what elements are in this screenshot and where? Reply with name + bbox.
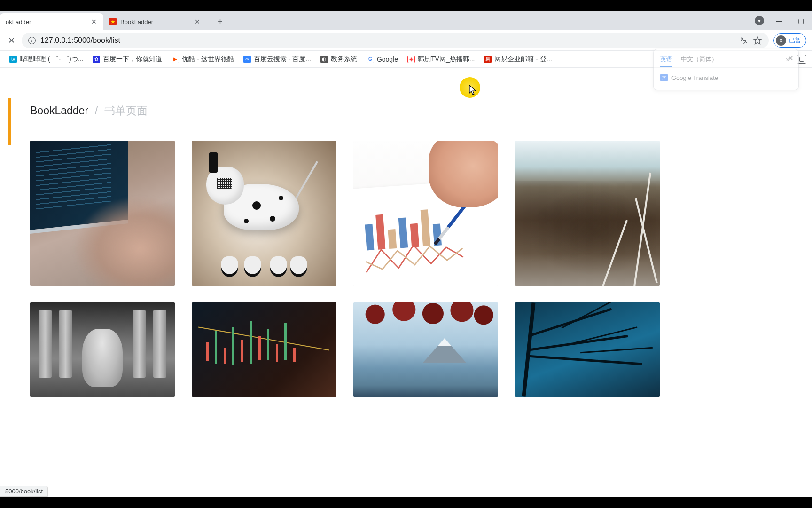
bookmark-youku[interactable]: ▶ 优酷 - 这世界很酷 <box>168 53 237 65</box>
bookmark-hanju[interactable]: ◉ 韩剧TV网_热播韩... <box>404 53 478 65</box>
site-info-icon[interactable]: i <box>28 37 36 44</box>
browser-tab-active[interactable]: okLadder ✕ <box>0 13 103 30</box>
google-translate-icon: 文 <box>660 74 668 81</box>
page-content: BookLadder / 书单页面 <box>0 68 812 497</box>
status-bar: 5000/book/list <box>0 486 48 497</box>
card-laptop-coding[interactable] <box>30 141 175 286</box>
svg-rect-1 <box>800 57 804 61</box>
card-candlestick[interactable] <box>192 302 336 397</box>
maximize-icon[interactable]: ▢ <box>794 14 807 27</box>
card-grid <box>0 118 812 397</box>
svg-text:文: 文 <box>662 75 666 80</box>
bookmark-label: Google <box>377 56 398 63</box>
svg-marker-0 <box>754 37 761 44</box>
card-pen-chart[interactable] <box>353 141 498 286</box>
star-icon[interactable] <box>753 36 762 45</box>
bookmark-label: 教务系统 <box>331 55 357 64</box>
breadcrumb-root[interactable]: BookLadder <box>30 104 88 117</box>
bookmark-163mail[interactable]: 易 网易企业邮箱 - 登... <box>480 53 555 65</box>
card-dark-tree[interactable] <box>515 302 660 397</box>
profile-menu-icon[interactable]: ▾ <box>755 16 764 25</box>
tab-title: BookLadder <box>120 18 194 25</box>
bookmark-bilibili[interactable]: tv 哔哩哔哩 ( ゜- ゜)つ... <box>6 53 87 65</box>
translate-provider-label: Google Translate <box>671 74 718 81</box>
tab-strip: okLadder ✕ ★ BookLadder ✕ + ▾ — ▢ <box>0 11 812 30</box>
browser-window: okLadder ✕ ★ BookLadder ✕ + ▾ — ▢ ✕ i 12… <box>0 11 812 497</box>
bookmark-icon: 易 <box>484 56 492 63</box>
bookmark-baiduyun[interactable]: ∞ 百度云搜索 - 百度... <box>240 53 315 65</box>
close-icon[interactable]: ✕ <box>194 18 201 25</box>
bookmark-icon: ∞ <box>243 56 251 63</box>
minimize-icon[interactable]: — <box>773 14 786 27</box>
bookmark-label: 哔哩哔哩 ( ゜- ゜)つ... <box>20 55 83 64</box>
bookmark-icon: G <box>367 56 374 63</box>
translate-body: 文 Google Translate <box>660 74 792 81</box>
window-controls: ▾ — ▢ <box>755 11 812 30</box>
close-icon[interactable]: ✕ <box>788 54 794 63</box>
address-bar[interactable]: i 127.0.0.1:5000/book/list <box>22 33 769 48</box>
bookmark-google[interactable]: G Google <box>363 54 402 65</box>
bookmark-icon: ◐ <box>320 56 328 63</box>
bookmark-label: 韩剧TV网_热播韩... <box>418 55 475 64</box>
bookmark-label: 网易企业邮箱 - 登... <box>494 55 552 64</box>
user-profile-button[interactable]: X 已暂 <box>773 33 806 48</box>
breadcrumb-separator: / <box>95 104 98 117</box>
translate-popup: ✕ 英语 中文（简体） 文 Google Translate <box>653 49 799 90</box>
tab-title: okLadder <box>6 18 90 25</box>
tab-favicon-icon: ★ <box>109 18 117 25</box>
card-robot-dog[interactable] <box>192 141 336 286</box>
browser-tab-inactive[interactable]: ★ BookLadder ✕ <box>103 13 207 30</box>
close-icon[interactable]: ✕ <box>90 18 98 25</box>
bookmark-icon: ▶ <box>172 56 179 63</box>
bookmark-icon: ✿ <box>93 56 100 63</box>
new-tab-button[interactable]: + <box>211 15 224 28</box>
translate-tabs: 英语 中文（简体） <box>660 55 792 67</box>
sidebar-accent <box>8 98 11 145</box>
translate-tab-source[interactable]: 英语 <box>660 55 672 67</box>
breadcrumb-current: 书单页面 <box>104 103 148 118</box>
avatar: X <box>776 35 786 46</box>
bookmark-label: 百度一下，你就知道 <box>103 55 162 64</box>
bookmark-jiaowu[interactable]: ◐ 教务系统 <box>317 53 361 65</box>
bookmark-label: 百度云搜索 - 百度... <box>254 55 311 64</box>
stop-reload-icon[interactable]: ✕ <box>6 35 17 46</box>
bookmark-label: 优酷 - 这世界很酷 <box>182 55 234 64</box>
card-statue[interactable] <box>30 302 175 397</box>
translate-tab-target[interactable]: 中文（简体） <box>681 55 718 67</box>
url-text: 127.0.0.1:5000/book/list <box>40 36 734 45</box>
translate-icon[interactable] <box>739 36 748 45</box>
user-label: 已暂 <box>789 36 801 45</box>
card-mountain-road[interactable] <box>515 141 660 286</box>
bookmark-baidu[interactable]: ✿ 百度一下，你就知道 <box>89 53 166 65</box>
card-fuji[interactable] <box>353 302 498 397</box>
address-bar-row: ✕ i 127.0.0.1:5000/book/list X 已暂 <box>0 30 812 51</box>
bookmark-icon: ◉ <box>407 56 415 63</box>
bookmark-icon: tv <box>9 56 17 63</box>
